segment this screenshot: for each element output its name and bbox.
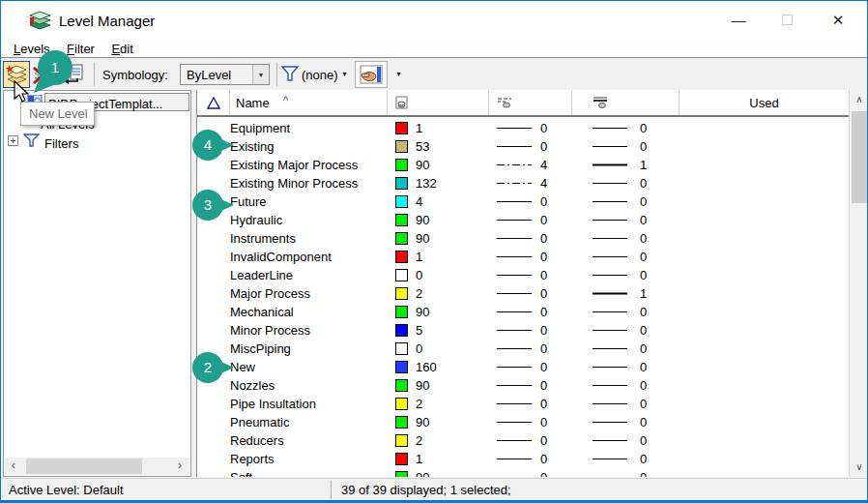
level-weight-cell[interactable]: 0: [572, 415, 680, 429]
symbology-select[interactable]: ByLevel ▼: [180, 64, 270, 85]
level-color-cell[interactable]: 2: [388, 397, 489, 411]
level-color-cell[interactable]: 5: [388, 323, 489, 338]
vscroll-thumb[interactable]: [852, 111, 867, 203]
level-style-cell[interactable]: 0: [489, 231, 572, 246]
level-weight-cell[interactable]: 0: [572, 397, 680, 411]
level-color-cell[interactable]: 0: [388, 268, 489, 282]
table-row[interactable]: LeaderLine000: [197, 266, 849, 284]
table-row[interactable]: Equipment100: [197, 119, 849, 137]
level-style-cell[interactable]: 0: [489, 121, 572, 135]
level-weight-cell[interactable]: 0: [572, 139, 680, 154]
level-color-cell[interactable]: 90: [388, 378, 489, 393]
level-weight-cell[interactable]: 0: [572, 305, 680, 319]
level-color-cell[interactable]: 1: [388, 250, 489, 264]
table-row[interactable]: Hydraulic9000: [197, 211, 849, 229]
scroll-up-icon[interactable]: ∧: [850, 90, 868, 109]
level-style-cell[interactable]: 0: [489, 415, 572, 429]
level-style-cell[interactable]: 0: [489, 397, 572, 411]
column-used[interactable]: Used: [680, 90, 849, 115]
level-color-cell[interactable]: 90: [388, 213, 489, 227]
filter-value[interactable]: (none): [302, 68, 338, 82]
level-style-cell[interactable]: 0: [489, 213, 572, 227]
level-weight-cell[interactable]: 0: [572, 268, 680, 282]
level-weight-cell[interactable]: 0: [572, 470, 680, 477]
level-style-cell[interactable]: 4: [489, 176, 572, 191]
table-row[interactable]: Soft9000: [197, 468, 849, 477]
tree-expand-icon[interactable]: +: [8, 135, 18, 146]
level-style-cell[interactable]: 4: [489, 158, 572, 172]
level-style-cell[interactable]: 0: [489, 305, 572, 319]
symbology-dropdown-icon[interactable]: ▼: [252, 65, 269, 84]
table-row[interactable]: Nozzles9000: [197, 376, 849, 395]
table-row[interactable]: New16000: [197, 358, 849, 376]
level-style-cell[interactable]: 0: [489, 194, 572, 209]
level-color-cell[interactable]: 1: [388, 452, 489, 466]
column-selected[interactable]: [197, 90, 230, 115]
level-style-cell[interactable]: 0: [489, 139, 572, 154]
table-row[interactable]: Existing Major Process9041: [197, 156, 849, 174]
scroll-down-icon[interactable]: ∨: [850, 458, 868, 477]
maximize-button[interactable]: [765, 1, 809, 40]
table-row[interactable]: Existing Minor Process13240: [197, 174, 849, 192]
level-display-button[interactable]: [355, 61, 388, 88]
table-row[interactable]: MiscPiping000: [197, 340, 849, 358]
table-row[interactable]: Reducers200: [197, 431, 849, 450]
level-weight-cell[interactable]: 0: [572, 213, 680, 227]
level-style-cell[interactable]: 0: [489, 341, 572, 356]
level-style-cell[interactable]: 0: [489, 286, 572, 301]
level-weight-cell[interactable]: 1: [572, 158, 680, 172]
level-weight-cell[interactable]: 0: [572, 341, 680, 356]
level-color-cell[interactable]: 90: [388, 231, 489, 246]
level-style-cell[interactable]: 0: [489, 470, 572, 477]
table-row[interactable]: Reports100: [197, 450, 849, 468]
level-style-cell[interactable]: 0: [489, 360, 572, 374]
tree-item-filters[interactable]: Filters: [44, 134, 78, 152]
level-style-cell[interactable]: 0: [489, 323, 572, 338]
table-vertical-scrollbar[interactable]: ∧ ∨: [849, 90, 868, 477]
level-color-cell[interactable]: 4: [388, 194, 489, 209]
minimize-button[interactable]: —: [716, 1, 761, 40]
level-weight-cell[interactable]: 0: [572, 194, 680, 209]
level-style-cell[interactable]: 0: [489, 452, 572, 466]
level-color-cell[interactable]: 90: [388, 158, 489, 172]
scroll-right-icon[interactable]: ›: [171, 458, 188, 475]
scroll-left-icon[interactable]: ‹: [5, 458, 22, 475]
column-line-weight[interactable]: [572, 90, 680, 115]
level-style-cell[interactable]: 0: [489, 378, 572, 393]
level-color-cell[interactable]: 90: [388, 305, 489, 319]
level-style-cell[interactable]: 0: [489, 268, 572, 282]
table-row[interactable]: Pipe Insultation200: [197, 395, 849, 413]
level-weight-cell[interactable]: 0: [572, 231, 680, 246]
level-color-cell[interactable]: 1: [388, 121, 489, 135]
tree-horizontal-scrollbar[interactable]: ‹ ›: [5, 458, 189, 475]
table-row[interactable]: Instruments9000: [197, 229, 849, 248]
level-weight-cell[interactable]: 0: [572, 360, 680, 374]
table-row[interactable]: InvalidComponent100: [197, 248, 849, 266]
level-color-cell[interactable]: 90: [388, 470, 489, 477]
hscroll-thumb[interactable]: [26, 459, 142, 474]
column-name[interactable]: Name ^: [230, 90, 388, 115]
level-weight-cell[interactable]: 1: [572, 286, 680, 301]
table-row[interactable]: Pneumatic9000: [197, 413, 849, 431]
level-weight-cell[interactable]: 0: [572, 250, 680, 264]
table-row[interactable]: Future400: [197, 192, 849, 211]
table-row[interactable]: Minor Process500: [197, 321, 849, 340]
filter-funnel-icon[interactable]: [281, 66, 300, 82]
level-color-cell[interactable]: 160: [388, 360, 489, 374]
level-weight-cell[interactable]: 0: [572, 378, 680, 393]
level-color-cell[interactable]: 90: [388, 415, 489, 429]
table-row[interactable]: Mechanical9000: [197, 303, 849, 321]
level-display-dropdown-icon[interactable]: ▼: [395, 71, 402, 77]
level-color-cell[interactable]: 53: [388, 139, 489, 154]
close-button[interactable]: ✕: [816, 1, 860, 40]
menu-edit[interactable]: Edit: [111, 42, 132, 56]
filter-dropdown-icon[interactable]: ▼: [341, 71, 348, 77]
column-color[interactable]: [388, 90, 489, 115]
level-weight-cell[interactable]: 0: [572, 452, 680, 466]
table-row[interactable]: Major Process201: [197, 284, 849, 303]
level-color-cell[interactable]: 0: [388, 341, 489, 356]
level-weight-cell[interactable]: 0: [572, 176, 680, 191]
level-weight-cell[interactable]: 0: [572, 433, 680, 448]
level-color-cell[interactable]: 2: [388, 286, 489, 301]
level-color-cell[interactable]: 2: [388, 433, 489, 448]
